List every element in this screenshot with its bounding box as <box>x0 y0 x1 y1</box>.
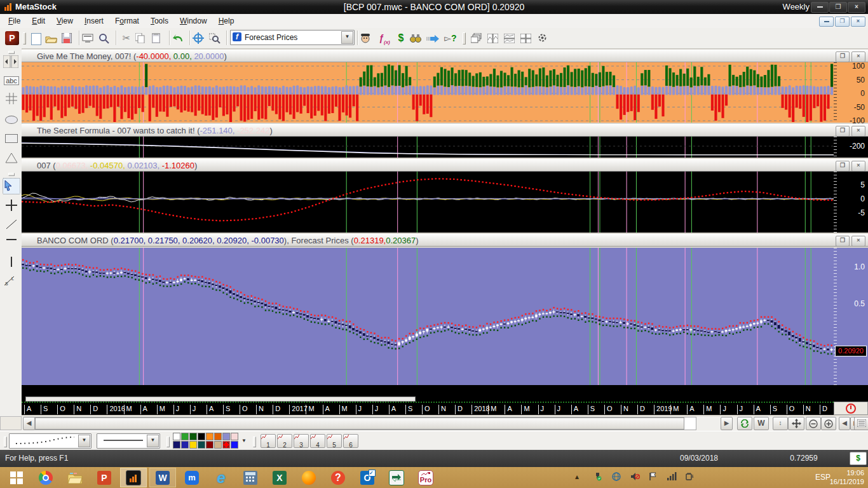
color-swatch[interactable] <box>189 433 197 440</box>
crosshair-pointer-icon[interactable] <box>192 30 208 47</box>
tile-vertical-icon[interactable] <box>487 30 503 47</box>
chart-list-button[interactable] <box>854 417 868 430</box>
maxthon-taskbar-icon[interactable]: m <box>179 468 205 487</box>
hscroll-thumb[interactable] <box>35 417 684 430</box>
color-swatch[interactable] <box>181 433 189 440</box>
pro-taskbar-icon[interactable]: Pro <box>413 468 438 487</box>
panel-close-button[interactable]: × <box>851 126 865 137</box>
refresh-button[interactable] <box>737 417 752 430</box>
excel-taskbar-icon[interactable]: X <box>267 468 292 487</box>
crosshair-tool[interactable] <box>3 197 20 214</box>
text-tool[interactable]: abc <box>3 72 20 89</box>
vertical-line-tool[interactable] <box>3 254 20 271</box>
horizontal-line-tool[interactable] <box>3 235 20 252</box>
explorer-taskbar-icon[interactable] <box>62 468 88 487</box>
layout-button-6[interactable]: 6 <box>343 434 358 448</box>
open-chart-icon[interactable] <box>44 30 61 47</box>
menu-help[interactable]: Help <box>213 15 240 27</box>
tile-horizontal-icon[interactable] <box>503 30 520 47</box>
pointer-tool[interactable] <box>3 178 20 194</box>
chart-status-button[interactable] <box>834 402 868 415</box>
system-tester-icon[interactable]: $ <box>393 30 409 47</box>
panel-header-1[interactable]: Give Me The Money, 007! (-40.0000, 0.00,… <box>22 50 868 62</box>
network-icon[interactable] <box>612 472 621 481</box>
cut-icon[interactable]: ✂ <box>118 30 135 47</box>
color-swatch[interactable] <box>206 441 214 449</box>
panel-header-3[interactable]: 007 (0.06673, -0.04570, 0.02103, -1.1026… <box>22 159 868 172</box>
panel-plot-2[interactable] <box>22 137 834 158</box>
dropdown-arrow[interactable]: ▼ <box>78 435 90 447</box>
panel-restore-button[interactable]: ❐ <box>836 161 850 172</box>
color-swatch[interactable] <box>189 441 197 449</box>
explorer-icon[interactable] <box>409 30 426 47</box>
panel-restore-button[interactable]: ❐ <box>836 126 850 137</box>
palette-dropdown-arrow[interactable]: ▼ <box>241 438 247 444</box>
color-swatch[interactable] <box>231 441 238 449</box>
color-swatch[interactable] <box>173 433 180 440</box>
zoom-area-icon[interactable] <box>208 30 225 47</box>
pan-button[interactable] <box>788 417 804 430</box>
language-indicator[interactable]: ESP <box>815 473 831 482</box>
inner-scrollbar[interactable] <box>25 396 416 402</box>
color-swatch[interactable] <box>214 433 222 440</box>
scale-vertical-button[interactable]: ↕ <box>773 417 788 430</box>
panel-plot-3[interactable] <box>22 172 834 233</box>
color-swatch[interactable] <box>173 441 180 449</box>
restore-button[interactable]: ❐ <box>829 2 847 13</box>
tile-quad-icon[interactable] <box>520 30 536 47</box>
metastock-app-icon[interactable]: P <box>4 30 20 47</box>
mdi-minimize-button[interactable] <box>819 17 834 27</box>
color-swatch[interactable] <box>206 433 214 440</box>
layout-button-3[interactable]: 3 <box>294 434 309 448</box>
line-style-dropdown[interactable]: ▼ <box>9 433 92 449</box>
panel-restore-button[interactable]: ❐ <box>836 236 850 247</box>
hscroll-right-arrow[interactable]: ▶ <box>721 417 733 430</box>
layout-button-4[interactable]: 4 <box>310 434 325 448</box>
help-taskbar-icon[interactable]: ? <box>325 468 351 487</box>
usb-icon[interactable] <box>593 472 602 481</box>
menu-insert[interactable]: Insert <box>79 15 109 27</box>
print-icon[interactable] <box>81 30 98 47</box>
firefox-taskbar-icon[interactable] <box>296 468 322 487</box>
rectangle-tool[interactable] <box>3 131 20 147</box>
metastock-taskbar-icon[interactable] <box>121 468 146 487</box>
color-swatch[interactable] <box>214 441 222 449</box>
mdi-restore-button[interactable]: ❐ <box>835 17 850 27</box>
indicator-quicklist[interactable]: fForecast Prices▼ <box>230 30 355 45</box>
flag-icon[interactable] <box>649 472 656 481</box>
dropdown-arrow[interactable]: ▼ <box>147 435 159 447</box>
options-gear-icon[interactable] <box>536 30 553 47</box>
color-swatch[interactable] <box>198 433 205 440</box>
zoom-in-button[interactable] <box>821 417 836 430</box>
combo-dropdown-arrow[interactable]: ▼ <box>341 31 353 44</box>
new-chart-icon[interactable] <box>28 30 44 47</box>
panel-close-button[interactable]: × <box>851 161 865 172</box>
chrome-taskbar-icon[interactable] <box>33 468 58 487</box>
periodicity-weekly-button[interactable]: W <box>754 417 769 430</box>
hscroll-left-arrow[interactable]: ◀ <box>23 417 35 430</box>
downloader-icon[interactable] <box>426 30 442 47</box>
save-icon[interactable] <box>61 30 78 47</box>
panel-restore-button[interactable]: ❐ <box>836 51 850 62</box>
internet-explorer-taskbar-icon[interactable]: e <box>208 468 234 487</box>
mdi-close-button[interactable]: × <box>851 17 865 27</box>
paste-icon[interactable] <box>151 30 168 47</box>
menu-edit[interactable]: Edit <box>26 15 51 27</box>
color-swatch[interactable] <box>231 433 238 440</box>
color-swatch[interactable] <box>198 441 205 449</box>
menu-view[interactable]: View <box>51 15 79 27</box>
color-swatch[interactable] <box>181 441 189 449</box>
calculator-taskbar-icon[interactable] <box>238 468 263 487</box>
triangle-tool[interactable] <box>3 150 20 166</box>
panel-header-4[interactable]: BANCO COM ORD (0.21700, 0.21750, 0.20620… <box>22 234 868 247</box>
ellipse-tool[interactable] <box>3 112 20 128</box>
layout-button-5[interactable]: 5 <box>327 434 342 448</box>
power-icon[interactable] <box>686 472 695 481</box>
volume-muted-icon[interactable] <box>630 472 640 481</box>
color-swatch[interactable] <box>222 433 230 440</box>
color-swatch[interactable] <box>222 441 230 449</box>
menu-file[interactable]: File <box>3 15 26 27</box>
start-taskbar-icon[interactable] <box>4 468 29 487</box>
outlook-taskbar-icon[interactable]: O✓ <box>355 468 380 487</box>
indicator-builder-icon[interactable]: ƒ(x) <box>376 30 393 47</box>
